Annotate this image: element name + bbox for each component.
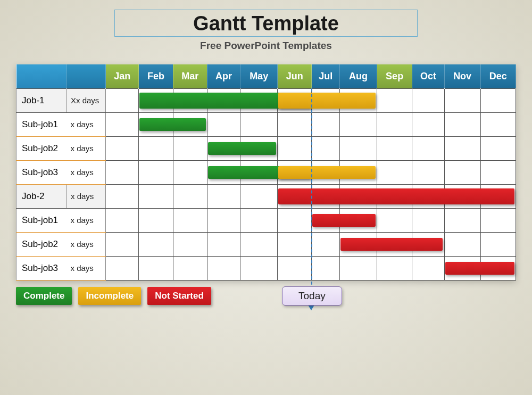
month-header-jul: Jul	[312, 64, 340, 88]
gantt-cell	[207, 184, 240, 208]
gantt-table: JanFebMarAprMayJunJulAugSepOctNovDec Job…	[16, 64, 516, 281]
gantt-cell	[339, 112, 377, 136]
gantt-cell	[207, 136, 240, 160]
gantt-cell	[412, 256, 444, 280]
task-name: Job-2	[16, 184, 66, 208]
legend-complete: Complete	[16, 287, 72, 305]
gantt-cell	[278, 160, 312, 184]
page-title: Gantt Template	[115, 12, 417, 35]
gantt-cell	[339, 88, 377, 112]
gantt-cell	[377, 256, 412, 280]
gantt-row: Sub-job2x days	[16, 232, 516, 256]
task-duration: x days	[66, 184, 106, 208]
gantt-cell	[312, 160, 340, 184]
gantt-cell	[377, 88, 412, 112]
gantt-cell	[480, 256, 516, 280]
gantt-cell	[173, 208, 207, 232]
gantt-cell	[207, 208, 240, 232]
gantt-cell	[480, 88, 516, 112]
legend-incomplete: Incomplete	[78, 287, 141, 305]
gantt-cell	[312, 184, 340, 208]
gantt-cell	[278, 232, 312, 256]
gantt-cell	[173, 88, 207, 112]
gantt-cell	[480, 136, 516, 160]
task-name: Sub-job3	[16, 256, 66, 280]
gantt-cell	[240, 88, 278, 112]
task-duration: x days	[66, 232, 106, 256]
gantt-cell	[173, 136, 207, 160]
gantt-cell	[173, 184, 207, 208]
gantt-cell	[444, 256, 480, 280]
gantt-cell	[377, 184, 412, 208]
month-header-feb: Feb	[139, 64, 173, 88]
gantt-cell	[444, 88, 480, 112]
gantt-cell	[106, 208, 139, 232]
month-header-oct: Oct	[412, 64, 444, 88]
gantt-cell	[240, 208, 278, 232]
gantt-cell	[312, 232, 340, 256]
gantt-cell	[139, 208, 173, 232]
month-header-may: May	[240, 64, 278, 88]
gantt-cell	[339, 208, 377, 232]
legend-row: Complete Incomplete Not Started Today	[16, 287, 516, 305]
gantt-cell	[173, 160, 207, 184]
gantt-cell	[240, 112, 278, 136]
gantt-row: Job-1Xx days	[16, 88, 516, 112]
month-header-sep: Sep	[377, 64, 412, 88]
gantt-cell	[106, 136, 139, 160]
gantt-cell	[444, 160, 480, 184]
gantt-cell	[240, 184, 278, 208]
gantt-cell	[139, 184, 173, 208]
month-header-nov: Nov	[444, 64, 480, 88]
gantt-cell	[312, 256, 340, 280]
title-box: Gantt Template	[114, 10, 418, 37]
gantt-cell	[240, 256, 278, 280]
page-subtitle: Free PowerPoint Templates	[200, 40, 332, 52]
task-name: Sub-job3	[16, 160, 66, 184]
task-duration: x days	[66, 160, 106, 184]
header-blank-1	[16, 64, 66, 88]
gantt-cell	[339, 256, 377, 280]
gantt-cell	[106, 256, 139, 280]
gantt-cell	[412, 208, 444, 232]
gantt-cell	[444, 112, 480, 136]
gantt-row: Job-2x days	[16, 184, 516, 208]
gantt-cell	[278, 112, 312, 136]
gantt-cell	[240, 160, 278, 184]
gantt-row: Sub-job3x days	[16, 256, 516, 280]
gantt-cell	[444, 136, 480, 160]
gantt-cell	[173, 232, 207, 256]
task-name: Sub-job1	[16, 208, 66, 232]
gantt-cell	[412, 88, 444, 112]
gantt-cell	[106, 112, 139, 136]
gantt-cell	[480, 208, 516, 232]
task-name: Sub-job2	[16, 136, 66, 160]
gantt-cell	[207, 160, 240, 184]
gantt-cell	[412, 232, 444, 256]
task-name: Sub-job1	[16, 112, 66, 136]
gantt-cell	[278, 88, 312, 112]
month-header-jan: Jan	[106, 64, 139, 88]
gantt-cell	[106, 160, 139, 184]
gantt-cell	[207, 88, 240, 112]
gantt-cell	[377, 112, 412, 136]
legend-notstarted: Not Started	[147, 287, 211, 305]
gantt-cell	[106, 88, 139, 112]
gantt-cell	[278, 136, 312, 160]
gantt-cell	[312, 136, 340, 160]
today-button[interactable]: Today	[282, 286, 342, 306]
gantt-cell	[139, 112, 173, 136]
gantt-cell	[207, 232, 240, 256]
gantt-cell	[173, 112, 207, 136]
gantt-cell	[106, 232, 139, 256]
task-duration: x days	[66, 112, 106, 136]
gantt-cell	[312, 88, 340, 112]
gantt-cell	[207, 112, 240, 136]
gantt-row: Sub-job2x days	[16, 136, 516, 160]
gantt-chart: JanFebMarAprMayJunJulAugSepOctNovDec Job…	[16, 64, 516, 281]
task-name: Job-1	[16, 88, 66, 112]
gantt-cell	[339, 160, 377, 184]
gantt-cell	[480, 184, 516, 208]
gantt-cell	[312, 208, 340, 232]
month-header-mar: Mar	[173, 64, 207, 88]
